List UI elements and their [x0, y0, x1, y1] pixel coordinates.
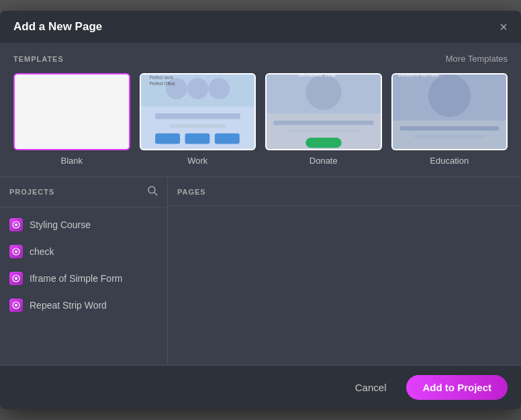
svg-point-3: [15, 223, 17, 226]
project-icon-styling-course: [9, 218, 23, 231]
template-label-blank: Blank: [60, 156, 83, 166]
project-icon-iframe: [9, 272, 23, 285]
project-label-styling-course: Styling Course: [30, 219, 91, 230]
project-logo-icon-3: [12, 274, 20, 282]
cancel-button[interactable]: Cancel: [344, 376, 397, 399]
search-icon: [147, 185, 158, 196]
templates-grid: Blank Work Donate Educatio: [13, 73, 508, 166]
project-logo-icon-2: [12, 248, 20, 256]
svg-point-5: [15, 250, 17, 253]
dialog-header: Add a New Page ×: [0, 11, 521, 43]
work-thumb-image: [141, 74, 255, 149]
project-item-repeat-strip-word[interactable]: Repeat Strip Word: [0, 292, 167, 319]
projects-section-label: PROJECTS: [9, 188, 54, 196]
template-thumb-donate[interactable]: [265, 73, 382, 150]
donate-thumb-image: [267, 74, 381, 149]
template-item-education[interactable]: Education: [391, 73, 508, 166]
svg-line-1: [154, 193, 157, 195]
templates-section: TEMPLATES More Templates Blank Work: [0, 43, 521, 177]
templates-header: TEMPLATES More Templates: [13, 54, 508, 64]
bottom-section: PROJECTS Styling Course: [0, 177, 521, 365]
template-thumb-work[interactable]: [140, 73, 256, 150]
education-thumb-image: [393, 74, 507, 149]
projects-header: PROJECTS: [0, 177, 167, 207]
pages-header: PAGES: [168, 177, 521, 206]
svg-point-9: [15, 304, 17, 307]
project-icon-repeat: [9, 299, 23, 312]
project-item-iframe-simple-form[interactable]: Iframe of Simple Form: [0, 265, 167, 292]
template-item-blank[interactable]: Blank: [13, 73, 130, 166]
projects-list: Styling Course check: [0, 207, 167, 365]
close-button[interactable]: ×: [500, 20, 508, 34]
project-item-styling-course[interactable]: Styling Course: [0, 211, 167, 238]
projects-panel: PROJECTS Styling Course: [0, 177, 168, 365]
pages-section-label: PAGES: [177, 188, 206, 196]
project-item-check[interactable]: check: [0, 238, 167, 265]
template-thumb-blank[interactable]: [13, 73, 130, 150]
pages-panel: PAGES: [168, 177, 521, 365]
project-logo-icon-4: [12, 301, 20, 309]
project-label-check: check: [30, 246, 54, 257]
project-logo-icon: [12, 221, 20, 229]
add-new-page-dialog: Add a New Page × TEMPLATES More Template…: [0, 11, 521, 409]
template-thumb-education[interactable]: [391, 73, 508, 150]
template-item-work[interactable]: Work: [140, 73, 256, 166]
search-button[interactable]: [147, 185, 158, 199]
template-label-work: Work: [187, 156, 207, 166]
add-to-project-button[interactable]: Add to Project: [406, 375, 508, 400]
svg-point-7: [15, 277, 17, 280]
project-label-iframe: Iframe of Simple Form: [30, 273, 122, 284]
template-label-donate: Donate: [310, 156, 338, 166]
project-icon-check: [9, 245, 23, 258]
dialog-footer: Cancel Add to Project: [0, 365, 521, 409]
template-label-education: Education: [430, 156, 469, 166]
dialog-title: Add a New Page: [13, 20, 102, 34]
more-templates-link[interactable]: More Templates: [446, 54, 508, 64]
project-label-repeat: Repeat Strip Word: [30, 300, 107, 311]
template-item-donate[interactable]: Donate: [265, 73, 382, 166]
templates-section-label: TEMPLATES: [13, 55, 64, 63]
